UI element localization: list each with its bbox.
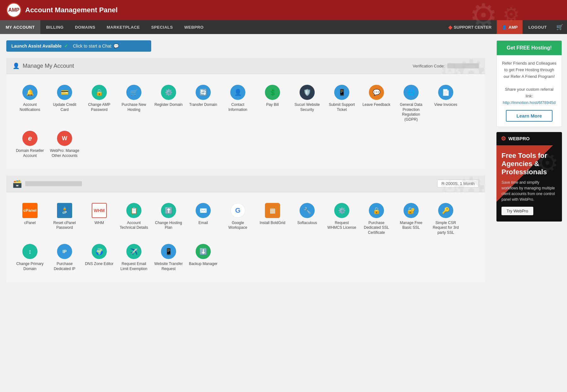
- nav-my-account[interactable]: MY ACCOUNT: [0, 20, 40, 34]
- icon-update-credit-card[interactable]: 💳 Update Credit Card: [47, 80, 82, 126]
- request-whmcs-label: Request WHMCS License: [327, 221, 357, 230]
- domain-reseller-icon: e: [22, 131, 37, 146]
- icon-account-notifications[interactable]: 🔔 Account Notifications: [13, 80, 47, 126]
- logo-circle: AMP: [6, 3, 21, 18]
- icon-sucuri[interactable]: 🛡️ Sucuri Website Security: [290, 80, 324, 126]
- icon-webpro-manage[interactable]: W WebPro: Manage Other Accounts: [47, 126, 82, 163]
- icon-submit-ticket[interactable]: 📱 Submit Support Ticket: [324, 80, 359, 126]
- website-transfer-label: Website Transfer Request: [154, 262, 183, 271]
- dns-zone-icon: 🌍: [92, 244, 107, 259]
- checkmark-icon: ✔: [64, 43, 68, 49]
- icon-backup-manager[interactable]: ⬇️ Backup Manager: [186, 239, 220, 276]
- icon-install-boldgrid[interactable]: ▦ Install BoldGrid: [255, 199, 290, 240]
- change-hosting-plan-label: Change Hosting Plan: [154, 221, 183, 230]
- icon-view-invoices[interactable]: 📄 View Invoices: [428, 80, 463, 126]
- support-center-link[interactable]: ◆ SUPPORT CENTER: [443, 24, 497, 30]
- try-webpro-button[interactable]: Try WebPro: [501, 207, 533, 215]
- webpro-ad: ⚙ WEBPRO ⚙ Free Tools for Agencies & Pro…: [496, 132, 562, 222]
- chat-link[interactable]: Click to start a Chat 💬: [73, 43, 119, 49]
- referral-link[interactable]: http://inmotion.host/6f78945d: [503, 100, 556, 105]
- share-label: Share your custom referral link:: [502, 86, 557, 100]
- icon-contact-information[interactable]: 👤 Contact Information: [220, 80, 255, 126]
- webpro-logo-text: WEBPRO: [508, 136, 530, 141]
- softaculous-label: Softaculous: [297, 221, 317, 226]
- icon-softaculous[interactable]: 🔧 Softaculous: [290, 199, 324, 240]
- website-transfer-icon: 📱: [161, 244, 176, 259]
- free-basic-ssl-icon: 🔐: [404, 203, 419, 218]
- icon-change-hosting-plan[interactable]: ⬆️ Change Hosting Plan: [151, 199, 186, 240]
- manage-title-text: Manage My Account: [23, 63, 74, 69]
- manage-title: 👤 Manage My Account: [13, 62, 74, 69]
- free-hosting-card: Get FREE Hosting! Refer Friends and Coll…: [496, 40, 562, 127]
- dns-zone-label: DNS Zone Editor: [85, 262, 114, 267]
- whm-icon: WHM: [92, 203, 107, 218]
- transfer-domain-label: Transfer Domain: [189, 102, 217, 107]
- google-workspace-label: Google Workspace: [223, 221, 253, 230]
- change-amp-password-icon: 🔒: [92, 85, 107, 100]
- hosting-section-header: 🗃️ R-2000S, 1 Month ⚙ ⚙: [6, 176, 485, 192]
- sucuri-icon: 🛡️: [300, 85, 315, 100]
- cpanel-label: cPanel: [24, 221, 36, 226]
- icon-cpanel[interactable]: cPanel cPanel: [13, 199, 47, 240]
- cart-icon[interactable]: 🛒: [553, 24, 567, 31]
- icon-request-whmcs[interactable]: ⚙️ Request WHMCS License: [324, 199, 359, 240]
- nav-right: ◆ SUPPORT CENTER 👤 AMP LOGOUT 🛒: [443, 20, 567, 34]
- icon-purchase-dedicated-ip[interactable]: IP Purchase Dedicated IP: [47, 239, 82, 276]
- amp-nav-item[interactable]: 👤 AMP: [497, 20, 523, 34]
- icon-register-domain[interactable]: ⚙️ Register Domain: [151, 80, 186, 126]
- change-primary-domain-label: Change Primary Domain: [15, 262, 45, 271]
- main-content: Launch Assist Available ✔ Click to start…: [0, 34, 491, 295]
- verification-code: Verification Code:: [413, 63, 479, 68]
- nav-specials[interactable]: SPECIALS: [146, 20, 179, 34]
- learn-more-button[interactable]: Learn More: [506, 110, 553, 122]
- domain-reseller-label: Domain Reseller Account: [15, 148, 45, 158]
- transfer-domain-icon: 🔄: [196, 85, 211, 100]
- nav-webpro[interactable]: WEBPRO: [179, 20, 209, 34]
- icon-free-basic-ssl[interactable]: 🔐 Manage Free Basic SSL: [394, 199, 428, 240]
- icon-email-limit[interactable]: ✈️ Request Email Limit Exemption: [117, 239, 151, 276]
- icon-pay-bill[interactable]: 💲 Pay Bill: [255, 80, 290, 126]
- icon-dns-zone[interactable]: 🌍 DNS Zone Editor: [82, 239, 117, 276]
- backup-manager-label: Backup Manager: [189, 262, 218, 267]
- launch-assist-bar: Launch Assist Available ✔ Click to start…: [6, 40, 151, 52]
- header: AMP Account Management Panel ⚙ ⚙: [0, 0, 567, 20]
- purchase-new-hosting-icon: 🛒: [126, 85, 141, 100]
- simple-csr-label: Simple CSR Request for 3rd party SSL: [431, 221, 461, 235]
- nav-marketplace[interactable]: MARKETPLACE: [101, 20, 146, 34]
- nav-domains[interactable]: DOMAINS: [69, 20, 101, 34]
- update-credit-card-label: Update Credit Card: [50, 102, 79, 112]
- chat-icon: 💬: [113, 43, 119, 49]
- icon-dedicated-ssl[interactable]: 🔒 Purchase Dedicated SSL Certificate: [359, 199, 394, 240]
- verification-code-value: [447, 63, 479, 68]
- icon-reset-cpanel-pw[interactable]: 🔒cP Reset cPanel Password: [47, 199, 82, 240]
- icon-transfer-domain[interactable]: 🔄 Transfer Domain: [186, 80, 220, 126]
- header-logo: AMP Account Management Panel: [6, 3, 117, 18]
- icon-google-workspace[interactable]: G Google Workspace: [220, 199, 255, 240]
- purchase-dedicated-ip-icon: IP: [57, 244, 72, 259]
- icon-change-amp-password[interactable]: 🔒 Change AMP Password: [82, 80, 117, 126]
- support-icon: ◆: [448, 24, 452, 30]
- icon-website-transfer[interactable]: 📱 Website Transfer Request: [151, 239, 186, 276]
- icon-whm[interactable]: WHM WHM: [82, 199, 117, 240]
- hosting-domain-blurred: [25, 181, 82, 186]
- webpro-ad-header: ⚙ WEBPRO: [496, 132, 562, 145]
- icon-purchase-new-hosting[interactable]: 🛒 Purchase New Hosting: [117, 80, 151, 126]
- amp-person-icon: 👤: [502, 25, 507, 30]
- reset-cpanel-pw-icon: 🔒cP: [57, 203, 72, 218]
- icon-domain-reseller[interactable]: e Domain Reseller Account: [13, 126, 47, 163]
- icon-gdpr[interactable]: 🌐 General Data Protection Regulation (GD…: [394, 80, 428, 126]
- free-hosting-body: Refer Friends and Colleagues to get Free…: [497, 55, 562, 127]
- purchase-new-hosting-label: Purchase New Hosting: [119, 102, 149, 112]
- nav-billing[interactable]: BILLING: [40, 20, 69, 34]
- icon-simple-csr[interactable]: 🔑 Simple CSR Request for 3rd party SSL: [428, 199, 463, 240]
- icon-account-technical[interactable]: 📋 Account Technical Details: [117, 199, 151, 240]
- change-hosting-plan-icon: ⬆️: [161, 203, 176, 218]
- icon-leave-feedback[interactable]: 💬 Leave Feedback: [359, 80, 394, 126]
- softaculous-icon: 🔧: [300, 203, 315, 218]
- icon-email[interactable]: ✉️ Email: [186, 199, 220, 240]
- icon-change-primary-domain[interactable]: ↕️ Change Primary Domain: [13, 239, 47, 276]
- register-domain-label: Register Domain: [154, 102, 182, 107]
- logout-button[interactable]: LOGOUT: [523, 20, 553, 34]
- webpro-logo-icon: ⚙: [501, 135, 506, 142]
- email-icon: ✉️: [196, 203, 211, 218]
